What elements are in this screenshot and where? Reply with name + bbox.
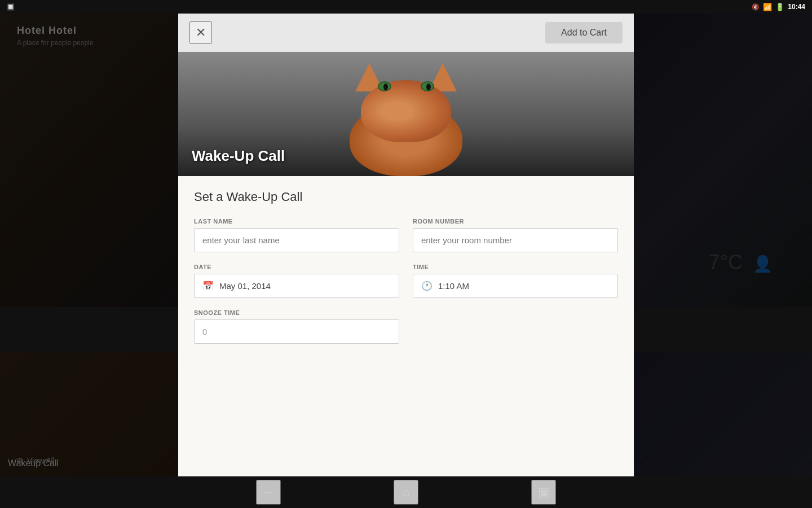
- modal-form: Set a Wake-Up Call LAST NAME ROOM NUMBER…: [178, 176, 634, 476]
- last-name-field: LAST NAME: [194, 218, 399, 252]
- cat-figure: [327, 69, 485, 176]
- notification-icon: 🔲: [7, 3, 15, 11]
- modal-image: Wake-Up Call: [178, 52, 634, 176]
- recents-button[interactable]: ▣: [531, 480, 556, 505]
- form-row-2: DATE 📅 TIME 🕐: [194, 264, 618, 298]
- modal-header-bar: ✕ Add to Cart: [178, 14, 634, 52]
- date-label: DATE: [194, 264, 399, 270]
- time-field: TIME 🕐: [413, 264, 618, 298]
- time-input-wrapper[interactable]: 🕐: [413, 274, 618, 298]
- snooze-field: SNOOZE TIME: [194, 309, 399, 344]
- cat-eye-left: [378, 81, 391, 91]
- wifi-icon: 📶: [763, 3, 772, 11]
- calendar-icon: 📅: [202, 281, 214, 291]
- add-to-cart-button[interactable]: Add to Cart: [545, 22, 623, 43]
- form-title: Set a Wake-Up Call: [194, 190, 618, 204]
- room-number-field: ROOM NUMBER: [413, 218, 618, 252]
- snooze-input[interactable]: [194, 319, 399, 344]
- battery-icon: 🔋: [775, 3, 784, 11]
- home-button[interactable]: ⌂: [394, 480, 418, 505]
- date-field: DATE 📅: [194, 264, 399, 298]
- status-bar-left: 🔲: [7, 0, 15, 14]
- clock-icon: 🕐: [421, 281, 433, 291]
- time-label: TIME: [413, 264, 618, 270]
- status-time: 10:44: [788, 3, 805, 11]
- cat-face: [361, 80, 451, 142]
- last-name-input[interactable]: [194, 228, 399, 252]
- status-bar: 🔲 🔇 📶 🔋 10:44: [0, 0, 812, 14]
- close-button[interactable]: ✕: [189, 21, 212, 44]
- mute-icon: 🔇: [752, 3, 760, 11]
- last-name-label: LAST NAME: [194, 218, 399, 225]
- nav-bar: ← ⌂ ▣: [0, 476, 812, 508]
- form-row-3: SNOOZE TIME: [194, 309, 618, 344]
- form-row-1: LAST NAME ROOM NUMBER: [194, 218, 618, 252]
- time-input[interactable]: [438, 274, 610, 297]
- modal-dialog: ✕ Add to Cart Wake-Up Call Set a Wake-Up…: [178, 14, 634, 476]
- room-number-label: ROOM NUMBER: [413, 218, 618, 225]
- cat-eye-right: [421, 81, 434, 91]
- room-number-input[interactable]: [413, 228, 618, 252]
- back-button[interactable]: ←: [256, 480, 281, 505]
- modal-image-title: Wake-Up Call: [192, 147, 285, 165]
- date-input-wrapper[interactable]: 📅: [194, 274, 399, 298]
- status-icons: 🔇 📶 🔋 10:44: [752, 3, 805, 11]
- date-input[interactable]: [219, 274, 391, 297]
- snooze-label: SNOOZE TIME: [194, 309, 399, 316]
